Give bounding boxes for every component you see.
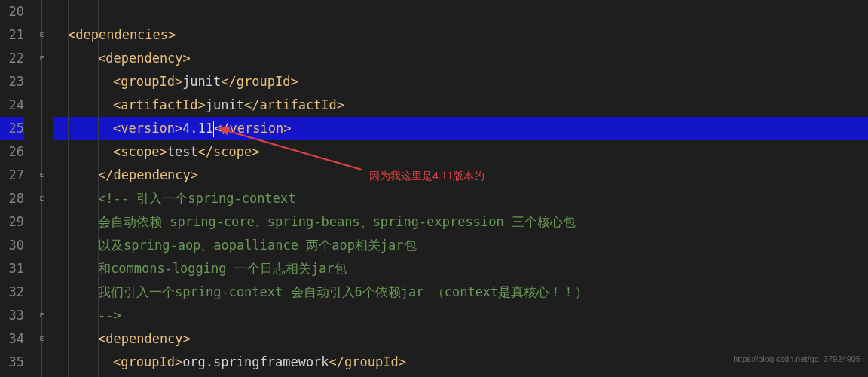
fold-icon[interactable]: ⊟: [38, 30, 47, 39]
line-number: 26: [0, 140, 24, 164]
code-line[interactable]: <dependency>: [53, 47, 868, 70]
fold-icon[interactable]: ⊟: [38, 54, 47, 63]
line-number: 35: [0, 351, 24, 374]
code-editor[interactable]: 20 21 22 23 24 25 26 27 28 29 30 31 32 3…: [0, 0, 868, 377]
code-line[interactable]: <groupId>junit</groupId>: [53, 70, 868, 93]
line-number: 31: [0, 257, 24, 280]
code-line[interactable]: 和commons-logging 一个日志相关jar包: [53, 257, 868, 280]
line-number: 22: [0, 47, 24, 70]
line-number: 29: [0, 210, 24, 234]
line-number: 25: [0, 117, 24, 140]
line-number: 34: [0, 327, 24, 351]
code-line[interactable]: 以及spring-aop、aopalliance 两个aop相关jar包: [53, 234, 868, 257]
line-number: 21: [0, 23, 24, 47]
code-line[interactable]: [53, 0, 868, 23]
line-number-gutter: 20 21 22 23 24 25 26 27 28 29 30 31 32 3…: [0, 0, 30, 377]
line-number: 33: [0, 304, 24, 327]
line-number: 32: [0, 280, 24, 304]
code-line[interactable]: <dependencies>: [53, 23, 868, 47]
line-number: 30: [0, 234, 24, 257]
watermark: https://blog.csdn.net/qq_37924905: [733, 348, 860, 371]
line-number: 24: [0, 93, 24, 117]
fold-icon[interactable]: ⊟: [38, 170, 47, 179]
line-number: 20: [0, 0, 24, 23]
code-line[interactable]: 会自动依赖 spring-core、spring-beans、spring-ex…: [53, 210, 868, 234]
fold-icon[interactable]: ⊟: [38, 194, 47, 203]
line-number: 23: [0, 70, 24, 93]
code-line[interactable]: <scope>test</scope>: [53, 140, 868, 164]
line-number: 27: [0, 164, 24, 187]
line-number: 28: [0, 187, 24, 210]
code-line[interactable]: 我们引入一个spring-context 会自动引入6个依赖jar （conte…: [53, 280, 868, 304]
fold-icon[interactable]: ⊟: [38, 334, 47, 343]
annotation-text: 因为我这里是4.11版本的: [369, 164, 484, 188]
code-line[interactable]: <artifactId>junit</artifactId>: [53, 93, 868, 117]
fold-column: ⊟ ⊟ ⊟ ⊟ ⊟ ⊟: [30, 0, 53, 377]
code-line[interactable]: <!-- 引入一个spring-context: [53, 187, 868, 210]
code-line-highlighted[interactable]: <version>4.11</version>: [53, 117, 868, 140]
fold-icon[interactable]: ⊟: [38, 311, 47, 320]
code-area[interactable]: <dependencies> <dependency> <groupId>jun…: [53, 0, 868, 377]
code-line[interactable]: -->: [53, 304, 868, 327]
